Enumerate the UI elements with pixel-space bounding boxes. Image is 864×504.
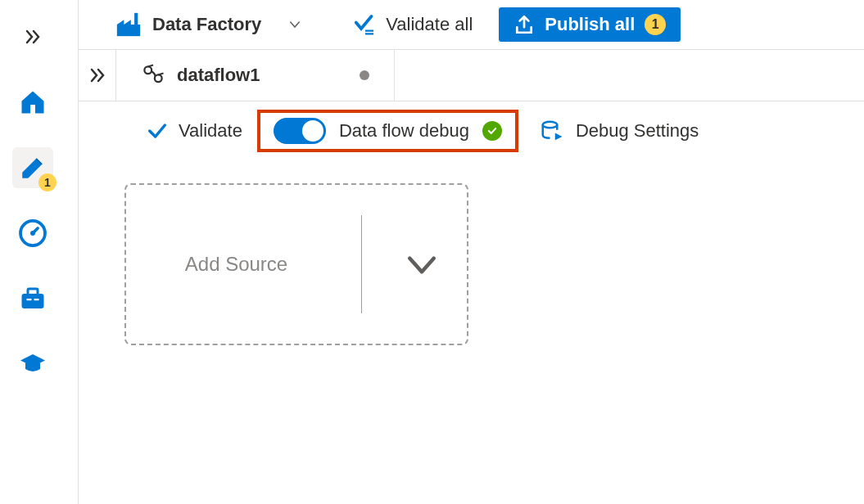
sidebar-learn[interactable] bbox=[12, 344, 53, 385]
chevron-down-icon bbox=[283, 17, 307, 32]
debug-settings-label: Debug Settings bbox=[576, 120, 699, 142]
collapse-panel-button[interactable] bbox=[79, 50, 116, 101]
factory-icon bbox=[115, 11, 142, 38]
validate-label: Validate bbox=[179, 120, 242, 142]
validate-all-label: Validate all bbox=[386, 14, 473, 35]
svg-rect-7 bbox=[134, 13, 138, 25]
svg-point-10 bbox=[543, 122, 558, 128]
sidebar-manage[interactable] bbox=[12, 278, 53, 319]
svg-rect-3 bbox=[28, 289, 38, 295]
svg-rect-4 bbox=[27, 299, 32, 300]
svg-point-8 bbox=[144, 66, 152, 74]
sidebar-author[interactable]: 1 bbox=[12, 147, 53, 188]
graduation-cap-icon bbox=[18, 349, 47, 379]
sidebar-monitor[interactable] bbox=[12, 213, 53, 254]
debug-settings-button[interactable]: Debug Settings bbox=[540, 119, 699, 143]
check-icon bbox=[146, 119, 169, 142]
sidebar-expand-chevrons[interactable] bbox=[12, 16, 53, 57]
validate-all-button[interactable]: Validate all bbox=[353, 12, 473, 37]
publish-all-label: Publish all bbox=[545, 14, 635, 35]
gauge-icon bbox=[18, 218, 47, 248]
dataflow-icon bbox=[141, 63, 165, 88]
add-source-dropdown[interactable] bbox=[377, 246, 467, 282]
publish-changes-badge: 1 bbox=[645, 14, 666, 35]
debug-toggle-highlight: Data flow debug bbox=[257, 110, 518, 152]
chevron-right-double-icon bbox=[23, 27, 43, 47]
tab-dirty-indicator bbox=[360, 70, 369, 80]
data-flow-debug-label: Data flow debug bbox=[339, 120, 469, 142]
add-source-box[interactable]: Add Source bbox=[124, 183, 468, 345]
factory-label: Data Factory bbox=[152, 14, 261, 35]
chevron-down-icon bbox=[404, 246, 440, 282]
divider bbox=[361, 215, 362, 313]
database-play-icon bbox=[540, 119, 564, 143]
author-changes-badge: 1 bbox=[38, 173, 57, 191]
factory-selector[interactable]: Data Factory bbox=[115, 11, 307, 38]
home-icon bbox=[18, 88, 47, 117]
upload-icon bbox=[513, 14, 535, 35]
svg-point-1 bbox=[30, 231, 35, 236]
tab-dataflow1[interactable]: dataflow1 bbox=[116, 50, 395, 101]
publish-all-button[interactable]: Publish all 1 bbox=[499, 7, 681, 42]
toolbox-icon bbox=[18, 284, 47, 313]
add-source-label: Add Source bbox=[126, 253, 346, 276]
sidebar-home[interactable] bbox=[12, 82, 53, 123]
tab-label: dataflow1 bbox=[177, 65, 260, 86]
toggle-knob bbox=[302, 120, 323, 142]
check-list-icon bbox=[353, 12, 378, 37]
data-flow-debug-toggle[interactable] bbox=[274, 118, 326, 144]
validate-button[interactable]: Validate bbox=[146, 119, 242, 142]
chevron-right-double-icon bbox=[88, 65, 107, 85]
svg-rect-6 bbox=[117, 25, 140, 36]
svg-rect-5 bbox=[34, 299, 39, 300]
debug-status-icon bbox=[482, 121, 502, 141]
